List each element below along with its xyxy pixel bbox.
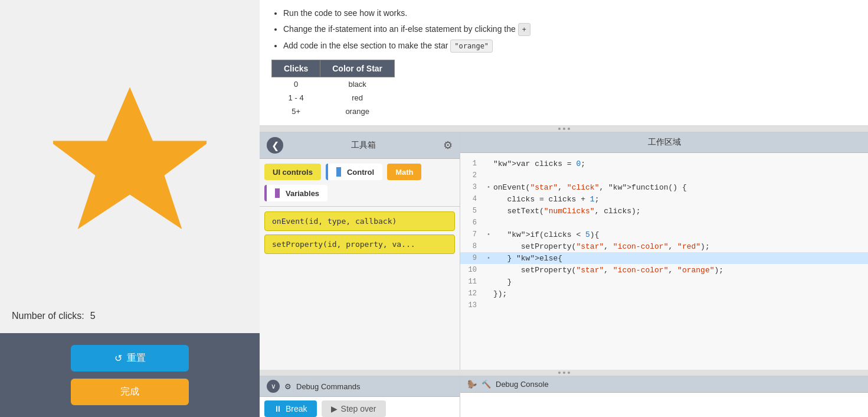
complete-button[interactable]: 完成 (71, 379, 189, 405)
line-content: } (493, 278, 868, 286)
console-icon-2: 🔨 (482, 380, 491, 389)
table-cell-clicks-0: 0 (272, 77, 320, 92)
reset-icon: ↺ (114, 353, 122, 364)
plus-button[interactable]: + (518, 23, 530, 36)
code-line: 3•onEvent("star", "click", "kw">function… (460, 181, 868, 193)
block-onevent[interactable]: onEvent(id, type, callback) (264, 211, 455, 231)
stepover-label: Step over (341, 404, 376, 413)
line-dot: • (484, 255, 493, 262)
table-cell-color-2: orange (320, 105, 395, 118)
code-line: 12}); (460, 288, 868, 299)
svg-marker-0 (53, 87, 207, 230)
settings-button[interactable]: ⚙ (443, 139, 453, 152)
line-number: 10 (460, 266, 484, 274)
line-number: 9 (460, 254, 484, 262)
back-button[interactable]: ❮ (267, 137, 283, 154)
complete-label: 完成 (120, 386, 139, 396)
line-number: 13 (460, 301, 484, 310)
toolbox-title: 工具箱 (351, 140, 376, 151)
table-header-clicks: Clicks (272, 60, 320, 77)
instruction-item-1: Run the code to see how it works. (283, 7, 856, 19)
debug-buttons: ⏸ Break ▶ Step over (260, 397, 460, 417)
reset-button[interactable]: ↺ 重置 (71, 345, 189, 372)
code-line: 6 (460, 217, 868, 229)
table-cell-color-1: red (320, 91, 395, 105)
line-content: } "kw">else{ (493, 254, 868, 263)
code-area[interactable]: 1"kw">var clicks = 0;23•onEvent("star", … (460, 153, 868, 370)
debug-commands-title: Debug Commands (296, 382, 360, 391)
line-number: 3 (460, 183, 484, 191)
category-math[interactable]: Math (387, 164, 421, 180)
line-number: 4 (460, 195, 484, 203)
category-label: UI controls (273, 168, 313, 177)
line-content: onEvent("star", "click", "kw">function()… (493, 183, 868, 192)
debug-commands-header: ∨ ⚙ Debug Commands (260, 376, 460, 397)
debug-console-title: Debug Console (496, 380, 549, 389)
debug-chevron-button[interactable]: ∨ (267, 380, 280, 393)
dot (563, 372, 565, 374)
dot (568, 372, 570, 374)
debug-spinner-icon: ⚙ (284, 382, 291, 391)
code-line: 2 (460, 170, 868, 181)
control-color-bar (336, 167, 341, 177)
break-button[interactable]: ⏸ Break (264, 400, 317, 417)
click-count: 5 (90, 311, 96, 321)
toolbox-categories: UI controls Control Math Variables (260, 159, 460, 207)
instructions-area: Run the code to see how it works. Change… (260, 0, 868, 126)
code-line: 7• "kw">if(clicks < 5){ (460, 229, 868, 240)
line-dot: • (484, 232, 493, 238)
dot (558, 128, 561, 130)
gear-icon: ⚙ (443, 139, 453, 151)
table-header-color: Color of Star (320, 60, 395, 77)
instruction-item-3: Add code in the else section to make the… (283, 40, 856, 53)
category-control[interactable]: Control (326, 164, 382, 180)
category-ui-controls[interactable]: UI controls (264, 164, 321, 180)
table-row: 5+ orange (272, 105, 395, 118)
star-display-area (0, 0, 260, 305)
debug-commands: ∨ ⚙ Debug Commands ⏸ Break ▶ Step over (260, 376, 460, 417)
variables-color-bar (275, 188, 280, 198)
left-panel: Number of clicks: 5 ↺ 重置 完成 (0, 0, 260, 417)
stepover-button[interactable]: ▶ Step over (322, 400, 386, 417)
line-number: 6 (460, 219, 484, 227)
orange-badge: "orange" (450, 40, 493, 53)
line-content: "kw">var clicks = 0; (493, 159, 868, 168)
code-line: 4 clicks = clicks + 1; (460, 193, 868, 205)
instruction-list: Run the code to see how it works. Change… (271, 7, 856, 53)
code-line: 11 } (460, 276, 868, 288)
debug-section: ∨ ⚙ Debug Commands ⏸ Break ▶ Step over 🦫 (260, 376, 868, 417)
code-editor: 工作区域 1"kw">var clicks = 0;23•onEvent("st… (460, 132, 868, 370)
dot (568, 128, 570, 130)
category-variables[interactable]: Variables (264, 185, 327, 201)
line-number: 5 (460, 207, 484, 215)
break-label: Break (286, 404, 307, 413)
dots-middle (260, 370, 868, 376)
table-cell-clicks-2: 5+ (272, 105, 320, 118)
click-info: Number of clicks: 5 (0, 305, 260, 333)
code-line: 8 setProperty("star", "icon-color", "red… (460, 240, 868, 252)
star-icon[interactable] (53, 76, 207, 229)
click-label: Number of clicks: (12, 311, 84, 321)
code-line: 5 setText("numClicks", clicks); (460, 205, 868, 217)
category-label: Variables (286, 189, 319, 198)
clicks-table: Clicks Color of Star 0 black 1 - 4 red 5… (271, 60, 395, 118)
line-content: setProperty("star", "icon-color", "orang… (493, 266, 868, 275)
block-setproperty[interactable]: setProperty(id, property, va... (264, 234, 455, 254)
code-editor-title: 工作区域 (460, 132, 868, 153)
line-number: 8 (460, 242, 484, 250)
pause-icon: ⏸ (274, 404, 282, 413)
table-row: 1 - 4 red (272, 91, 395, 105)
line-number: 7 (460, 230, 484, 239)
line-number: 1 (460, 159, 484, 168)
back-icon: ❮ (271, 140, 279, 151)
table-row: 0 black (272, 77, 395, 92)
code-line: 13 (460, 299, 868, 311)
category-label: Math (395, 168, 413, 177)
debug-console-header: 🦫 🔨 Debug Console (460, 376, 868, 393)
right-panel: Run the code to see how it works. Change… (260, 0, 868, 417)
bottom-buttons: ↺ 重置 完成 (0, 333, 260, 417)
line-dot: • (484, 184, 493, 191)
line-content: "kw">if(clicks < 5){ (493, 230, 868, 239)
dot (563, 128, 565, 130)
dot (558, 372, 561, 374)
